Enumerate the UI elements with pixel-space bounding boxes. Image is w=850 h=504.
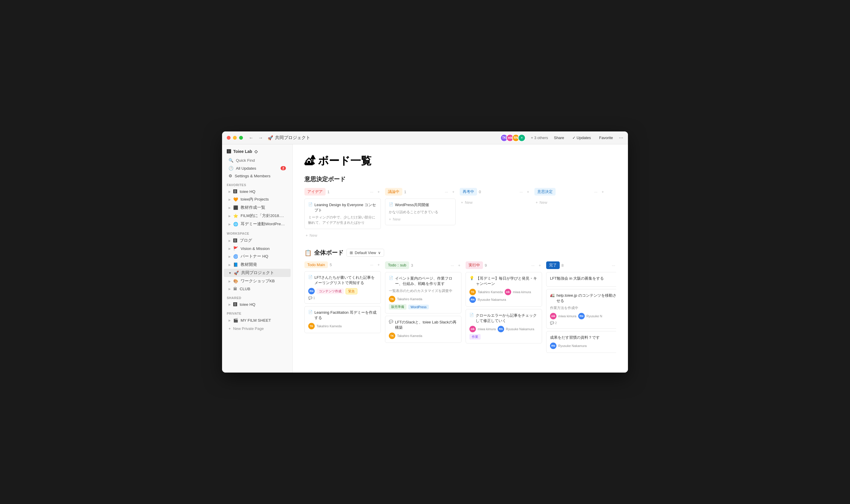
card-seika[interactable]: 成果をだす習慣の資料？です RN Ryusuke Nakamura [546,331,616,353]
col-inprogress-more[interactable]: ··· [530,263,536,268]
sidebar-item-mimidemy[interactable]: ▶ 🌐 耳デミー連動WordPress... [224,220,291,228]
col-decided-add[interactable]: + [600,189,605,195]
sidebar-item-workshop[interactable]: ▶ 🎨 ワークショップKB [224,277,291,285]
new-label: New [540,200,547,205]
new-private-page-button[interactable]: + New Private Page [224,324,291,333]
sidebar-item-vision[interactable]: ▶ 🚩 Vision & Mission [224,245,291,252]
sidebar-item-club[interactable]: ▶ 🏛 CLUB [224,285,291,292]
new-card-decided[interactable]: + New [535,198,605,206]
col-todo-sub-more[interactable]: ··· [450,263,455,268]
fav-icon-4: ⭐ [233,214,238,218]
card-footer: mk miwa kimura RN Ryusuke N [550,313,616,319]
avatar-name: Takahiro Kameda [317,324,342,328]
new-card-reconsider[interactable]: + New [460,198,530,206]
view-selector[interactable]: ⊞ Default View ∨ [346,249,384,257]
new-card-inside[interactable]: + New [389,217,401,221]
sidebar-item-myfilm[interactable]: ▶ 🎬 MY FILM SHEET [224,317,291,324]
col-idea-add[interactable]: + [376,189,381,195]
col-reconsider-title: 再考中 [460,188,477,196]
sidebar-item-kyozai[interactable]: ▶ ⬛ 教材作成一覧 [224,203,291,212]
all-updates[interactable]: 🕐 All Updates 2 [224,164,291,172]
sidebar-item-film[interactable]: ▶ ⭐ FILM的に「方針2018.9月... [224,212,291,220]
col-todo-sub-add[interactable]: + [457,263,462,268]
card-leaning-design[interactable]: 📄 Leaning Design by Everyone コンセプト ミーティン… [304,198,381,229]
forward-button[interactable]: → [257,135,264,141]
avatar-mk: mk [505,289,511,295]
col-todo-main-more[interactable]: ··· [369,262,375,268]
col-reconsider-more[interactable]: ··· [519,189,524,195]
card-event-page[interactable]: 📄 イベント案内のページ、作業フロー、仕組み、戦略を作り直す 一覧表示のためのカ… [385,272,462,313]
card-learning-facilitation[interactable]: 📄 Learning Facilitation 耳デミーを作成する TK Tak… [304,306,381,333]
page-title-text: ボード一覧 [318,154,372,168]
quick-find[interactable]: 🔍 Quick Find [224,156,291,164]
workspace-chevron: ◇ [254,149,258,154]
card-title-text: Learning Facilitation 耳デミーを作成する [314,310,377,321]
favorite-button[interactable]: Favorite [597,134,615,141]
col-todo-sub-actions: ··· + [450,263,462,268]
sidebar-item-blog[interactable]: ▶ 🅱 ブログ [224,236,291,245]
card-title: 成果をだす習慣の資料？です [550,335,616,340]
avatar-name-1: miwa kimura [558,314,577,318]
ws-label-1: ブログ [240,238,286,243]
settings-item[interactable]: ⚙ Settings & Members [224,172,291,180]
sidebar-item-toiee-projects[interactable]: ▶ 🧡 toiee内 Projects [224,195,291,203]
col-inprogress-add[interactable]: + [537,263,542,268]
col-decided-title: 意思決定 [535,188,556,196]
card-lft-osaka[interactable]: LFT勉強会 in 大阪の募集をする [546,272,616,287]
col-done-more[interactable]: ··· [611,263,616,268]
col-discussion-add[interactable]: + [451,189,456,195]
workspace-header[interactable]: 🅱 Toiee Lab ◇ [222,147,292,156]
quick-find-label: Quick Find [236,158,255,163]
ws-label-7: CLUB [240,287,286,291]
doc-icon: 📄 [389,276,393,280]
card-footer: + New [389,217,452,221]
private-icon-1: 🎬 [233,318,238,323]
card-help-toiee[interactable]: 🚛 help.toiee.jp のコンテンツを移動させる 作業方法を作成中 mk… [546,289,616,329]
sidebar: 🅱 Toiee Lab ◇ 🔍 Quick Find 🕐 All Updates… [222,144,293,373]
doc-icon: 📄 [469,313,474,317]
card-sub-avatars: RN Ryusuke Nakamura [469,296,538,303]
card-crawl-error[interactable]: 📄 クロールエラーから記事をチェックして修正していく mk miwa kimur… [466,309,542,343]
col-decided: 意思決定 ··· + + New [535,188,605,239]
col-reconsider-add[interactable]: + [526,189,530,195]
sidebar-item-shared-hq[interactable]: ▶ 🅱 toiee HQ [224,301,291,308]
maximize-button[interactable] [239,136,243,140]
fav-label-1: toiee HQ [240,190,286,194]
card-lft-article[interactable]: 📄 LFTさんたちが書いてくれた記事をメーリングリストで周知する RN コンテン… [304,271,381,304]
avatar-name-2: Ryusuke N [586,314,602,318]
comment-count: 💬 2 [550,321,616,325]
sidebar-item-toiee-hq[interactable]: ▶ 🅱 toiee HQ [224,188,291,195]
share-button[interactable]: Share [551,134,566,141]
card-mimidemy-campaign[interactable]: 💡 【耳デミー】毎日が学びと発見・キャンペーン TK Takahiro Kame… [466,272,542,307]
new-card-idea[interactable]: + New [304,231,381,239]
expand-icon: ▶ [229,190,231,193]
col-idea-more[interactable]: ··· [369,189,375,195]
expand-icon: ▶ [229,303,231,306]
avatar-name: Ryusuke Nakamura [558,344,587,347]
col-discussion-more[interactable]: ··· [444,189,449,195]
fav-label-2: toiee内 Projects [240,197,286,202]
rocket-icon: 🚀 [268,135,273,141]
more-options-button[interactable]: ··· [619,135,623,141]
close-button[interactable] [227,136,231,140]
doc-icon: 📄 [308,202,313,206]
sidebar-item-kyodo[interactable]: ▼ 🚀 共同プロジェクト [224,269,291,277]
plus-icon: + [389,217,391,221]
card-wordpress[interactable]: 📄 WordPress共同開催 かなり詰めることができている + New [385,198,456,225]
shared-icon-1: 🅱 [233,302,237,307]
new-private-page-label: New Private Page [233,326,264,331]
card-lft-slack[interactable]: 💬 LFTのSlackと、toiee Lab Slackの再構築 TK Taka… [385,316,462,343]
sidebar-item-partner[interactable]: ▶ 🌀 パートナー HQ [224,252,291,260]
back-button[interactable]: ← [248,135,255,141]
col-todo-main-add[interactable]: + [376,262,381,268]
col-decided-more[interactable]: ··· [593,189,599,195]
main-board-section: 📋 全体ボード ⊞ Default View ∨ Todo Main [304,249,616,355]
minimize-button[interactable] [233,136,237,140]
header-right: TK mk RN + + 3 others Share ✓ Updates Fa… [500,134,623,142]
col-discussion-actions: ··· + [444,189,456,195]
card-tags: 販売準備 WordPress [389,304,458,310]
card-title: 📄 イベント案内のページ、作業フロー、仕組み、戦略を作り直す [389,276,458,286]
fav-icon-1: 🅱 [233,190,237,194]
updates-button[interactable]: ✓ Updates [570,134,593,141]
sidebar-item-kyozai-dev[interactable]: ▶ 📘 教材開発 [224,260,291,269]
